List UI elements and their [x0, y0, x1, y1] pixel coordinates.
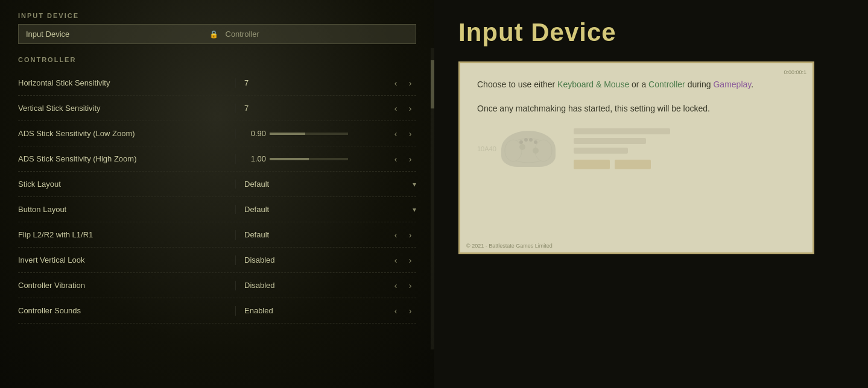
table-row: Stick Layout Default ▾ — [18, 172, 416, 197]
dropdown-value-stick-layout: Default — [244, 180, 408, 189]
mini-bar — [574, 138, 646, 144]
slider-fill-ads-high — [270, 158, 309, 160]
mini-card-details — [574, 128, 670, 169]
arrow-right-button[interactable]: › — [404, 154, 416, 164]
nav-arrows: ‹ › — [390, 104, 416, 113]
arrow-right-button[interactable]: › — [404, 255, 416, 265]
info-text-pre: Choose to use either — [477, 80, 557, 89]
mini-buttons-area — [574, 160, 670, 169]
card-id-label: 10A40 — [477, 145, 496, 152]
scrollbar[interactable] — [431, 48, 434, 349]
svg-point-4 — [533, 148, 539, 154]
table-row: Horizontal Stick Sensitivity 7 ‹ › — [18, 70, 416, 96]
setting-name-ads-low: ADS Stick Sensitivity (Low Zoom) — [18, 129, 235, 138]
arrow-right-button[interactable]: › — [404, 129, 416, 139]
info-text-controller: Controller — [648, 80, 685, 89]
mini-bar — [574, 148, 628, 154]
info-text-post: during — [685, 80, 714, 89]
arrow-left-button[interactable]: ‹ — [390, 104, 402, 113]
dropdown-value-button-layout: Default — [244, 205, 408, 214]
setting-value-controller-vibration: Disabled — [244, 281, 275, 290]
table-row: ADS Stick Sensitivity (Low Zoom) 0.90 ‹ … — [18, 121, 416, 146]
nav-arrows: ‹ › — [390, 78, 416, 88]
input-device-value: Controller — [226, 30, 409, 39]
card-id-top-right: 0:00:00:1 — [784, 69, 806, 75]
nav-arrows: ‹ › — [390, 230, 416, 240]
lock-icon: 🔒 — [209, 30, 218, 39]
input-device-row[interactable]: Input Device 🔒 Controller — [18, 24, 416, 44]
setting-name-ads-high: ADS Stick Sensitivity (High Zoom) — [18, 154, 235, 163]
info-text-end: . — [751, 80, 753, 89]
svg-point-1 — [505, 140, 522, 161]
info-text-gameplay: Gameplay — [713, 80, 751, 89]
arrow-left-button[interactable]: ‹ — [390, 154, 402, 164]
setting-value-controller-sounds: Enabled — [244, 306, 273, 315]
setting-value-area[interactable]: Default ▾ — [235, 205, 416, 214]
setting-name-controller-sounds: Controller Sounds — [18, 306, 235, 315]
info-text-mid: or a — [629, 80, 648, 89]
info-card: 0:00:00:1 Choose to use either Keyboard … — [458, 61, 814, 254]
arrow-left-button[interactable]: ‹ — [390, 230, 402, 240]
info-text-keyboard: Keyboard & Mouse — [557, 80, 629, 89]
setting-value-area[interactable]: Default ▾ — [235, 180, 416, 189]
slider-container-ads-low: 0.90 — [244, 129, 348, 138]
setting-value-area: 1.00 ‹ › — [235, 154, 416, 164]
setting-value-area: Default ‹ › — [235, 230, 416, 240]
controller-icon — [501, 131, 556, 167]
svg-point-3 — [519, 144, 525, 150]
arrow-left-button[interactable]: ‹ — [390, 255, 402, 265]
svg-point-5 — [519, 140, 523, 144]
arrow-left-button[interactable]: ‹ — [390, 78, 402, 88]
slider-value-ads-low: 0.90 — [244, 129, 266, 138]
slider-value-ads-high: 1.00 — [244, 154, 266, 163]
setting-name-invert-vertical: Invert Vertical Look — [18, 255, 235, 264]
arrow-right-button[interactable]: › — [404, 306, 416, 316]
table-row: Flip L2/R2 with L1/R1 Default ‹ › — [18, 222, 416, 248]
setting-value-invert-vertical: Disabled — [244, 255, 275, 264]
nav-arrows: ‹ › — [390, 281, 416, 290]
controller-visual-area: 10A40 — [477, 128, 796, 169]
arrow-right-button[interactable]: › — [404, 78, 416, 88]
setting-value-area: 7 ‹ › — [235, 78, 416, 88]
arrow-right-button[interactable]: › — [404, 104, 416, 113]
table-row: Vertical Stick Sensitivity 7 ‹ › — [18, 96, 416, 121]
input-device-section-label: INPUT DEVICE — [18, 12, 416, 19]
arrow-right-button[interactable]: › — [404, 230, 416, 240]
left-panel: INPUT DEVICE Input Device 🔒 Controller C… — [0, 0, 434, 388]
controller-section-label: CONTROLLER — [18, 56, 416, 63]
svg-point-7 — [529, 138, 533, 142]
slider-track-ads-low[interactable] — [270, 133, 348, 135]
setting-name-controller-vibration: Controller Vibration — [18, 281, 235, 290]
info-text-line2: Once any matchmaking has started, this s… — [477, 102, 796, 116]
info-text-line1: Choose to use either Keyboard & Mouse or… — [477, 78, 796, 92]
svg-point-8 — [534, 140, 537, 144]
table-row: ADS Stick Sensitivity (High Zoom) 1.00 ‹… — [18, 146, 416, 172]
table-row: Controller Sounds Enabled ‹ › — [18, 298, 416, 324]
svg-point-6 — [524, 138, 528, 142]
nav-arrows: ‹ › — [390, 154, 416, 164]
table-row: Invert Vertical Look Disabled ‹ › — [18, 248, 416, 273]
input-device-label: Input Device — [26, 30, 209, 39]
slider-container-ads-high: 1.00 — [244, 154, 348, 163]
right-panel: Input Device 0:00:00:1 Choose to use eit… — [434, 0, 868, 388]
setting-name-horizontal-stick: Horizontal Stick Sensitivity — [18, 78, 235, 87]
arrow-left-button[interactable]: ‹ — [390, 306, 402, 316]
setting-value-horizontal-stick: 7 — [244, 78, 262, 87]
setting-value-area: 0.90 ‹ › — [235, 129, 416, 139]
nav-arrows: ‹ › — [390, 255, 416, 265]
chevron-down-icon: ▾ — [413, 205, 416, 214]
arrow-left-button[interactable]: ‹ — [390, 129, 402, 139]
arrow-right-button[interactable]: › — [404, 281, 416, 290]
nav-arrows: ‹ › — [390, 129, 416, 139]
setting-value-flip-l2r2: Default — [244, 230, 269, 239]
scroll-thumb — [431, 60, 434, 108]
setting-value-vertical-stick: 7 — [244, 104, 262, 113]
arrow-left-button[interactable]: ‹ — [390, 281, 402, 290]
setting-value-area: Enabled ‹ › — [235, 306, 416, 316]
setting-value-area: Disabled ‹ › — [235, 255, 416, 265]
table-row: Controller Vibration Disabled ‹ › — [18, 273, 416, 298]
card-id-area: 10A40 — [477, 131, 556, 167]
slider-track-ads-high[interactable] — [270, 158, 348, 160]
nav-arrows: ‹ › — [390, 306, 416, 316]
chevron-down-icon: ▾ — [413, 180, 416, 189]
